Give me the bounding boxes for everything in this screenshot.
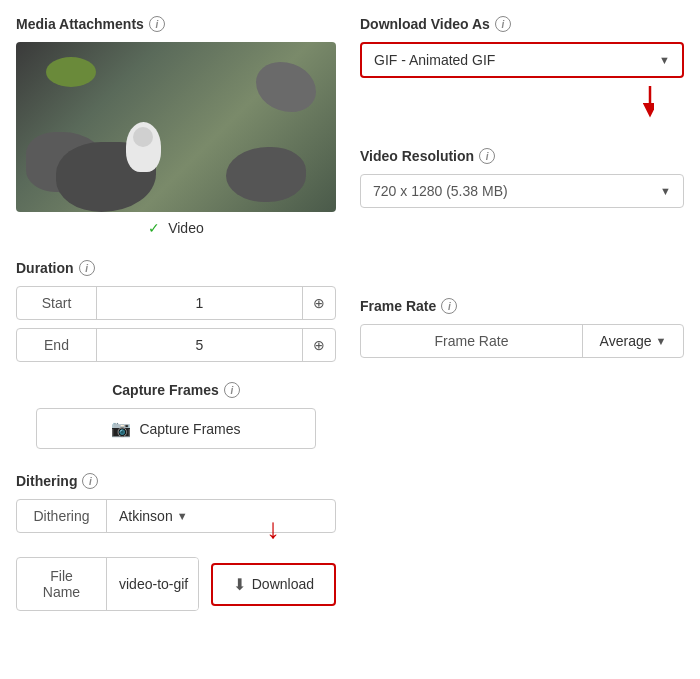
chevron-down-icon: ▼ [177, 510, 188, 522]
resolution-selector[interactable]: 720 x 1280 (5.38 MB) ▼ [360, 174, 684, 208]
download-btn-wrap: ↓ ⬇ Download [211, 563, 336, 606]
video-resolution-info-icon[interactable]: i [479, 148, 495, 164]
frame-rate-title: Frame Rate i [360, 298, 684, 314]
capture-frames-button[interactable]: 📷 Capture Frames [36, 408, 316, 449]
end-label: End [17, 329, 97, 361]
frame-rate-row: Frame Rate Average ▼ [360, 324, 684, 358]
capture-frames-info-icon[interactable]: i [224, 382, 240, 398]
dithering-option-label: Dithering [17, 500, 107, 532]
format-value: GIF - Animated GIF [374, 52, 495, 68]
red-arrow-annotation [360, 82, 654, 118]
duration-info-icon[interactable]: i [79, 260, 95, 276]
filename-group: File Name [16, 557, 199, 611]
resolution-chevron-icon: ▼ [660, 185, 671, 197]
media-attachments-label: Media Attachments [16, 16, 144, 32]
dithering-dropdown[interactable]: Atkinson ▼ [107, 500, 200, 532]
end-increment-btn[interactable]: ⊕ [302, 329, 335, 361]
format-selector[interactable]: GIF - Animated GIF ▼ [360, 42, 684, 78]
red-arrow-svg [614, 82, 654, 118]
download-video-as-title: Download Video As i [360, 16, 684, 32]
resolution-value: 720 x 1280 (5.38 MB) [373, 183, 508, 199]
dithering-info-icon[interactable]: i [82, 473, 98, 489]
format-chevron-icon: ▼ [659, 54, 670, 66]
video-label: ✓ Video [16, 220, 336, 236]
frame-rate-col-label: Frame Rate [361, 325, 583, 357]
start-label: Start [17, 287, 97, 319]
start-value[interactable]: 1 [97, 287, 302, 319]
media-attachments-info-icon[interactable]: i [149, 16, 165, 32]
dithering-section: Dithering i Dithering Atkinson ▼ [16, 473, 336, 533]
download-video-as-info-icon[interactable]: i [495, 16, 511, 32]
end-row: End 5 ⊕ [16, 328, 336, 362]
dithering-row: Dithering Atkinson ▼ [16, 499, 336, 533]
duration-title: Duration i [16, 260, 336, 276]
video-resolution-section: Video Resolution i 720 x 1280 (5.38 MB) … [360, 148, 684, 208]
filename-input[interactable] [107, 558, 199, 610]
dithering-title: Dithering i [16, 473, 336, 489]
video-resolution-title: Video Resolution i [360, 148, 684, 164]
media-thumbnail [16, 42, 336, 212]
download-icon: ⬇ [233, 575, 246, 594]
filename-label: File Name [17, 558, 107, 610]
down-arrow-annotation: ↓ [266, 513, 280, 545]
frame-rate-info-icon[interactable]: i [441, 298, 457, 314]
download-button[interactable]: ⬇ Download [211, 563, 336, 606]
frame-rate-chevron-icon: ▼ [656, 335, 667, 347]
frame-rate-dropdown[interactable]: Average ▼ [583, 325, 683, 357]
frame-rate-section: Frame Rate i Frame Rate Average ▼ [360, 298, 684, 358]
media-attachments-section-title: Media Attachments i [16, 16, 336, 32]
capture-frames-section: Capture Frames i 📷 Capture Frames [16, 382, 336, 449]
frame-rate-avg-label: Average [600, 333, 652, 349]
camera-icon: 📷 [111, 419, 131, 438]
bottom-row: File Name ↓ ⬇ Download [16, 557, 336, 611]
duration-section: Duration i Start 1 ⊕ End 5 ⊕ [16, 260, 336, 362]
start-increment-btn[interactable]: ⊕ [302, 287, 335, 319]
format-selector-wrap: GIF - Animated GIF ▼ [360, 42, 684, 118]
capture-frames-title: Capture Frames i [16, 382, 336, 398]
start-row: Start 1 ⊕ [16, 286, 336, 320]
check-icon: ✓ [148, 220, 160, 236]
end-value[interactable]: 5 [97, 329, 302, 361]
